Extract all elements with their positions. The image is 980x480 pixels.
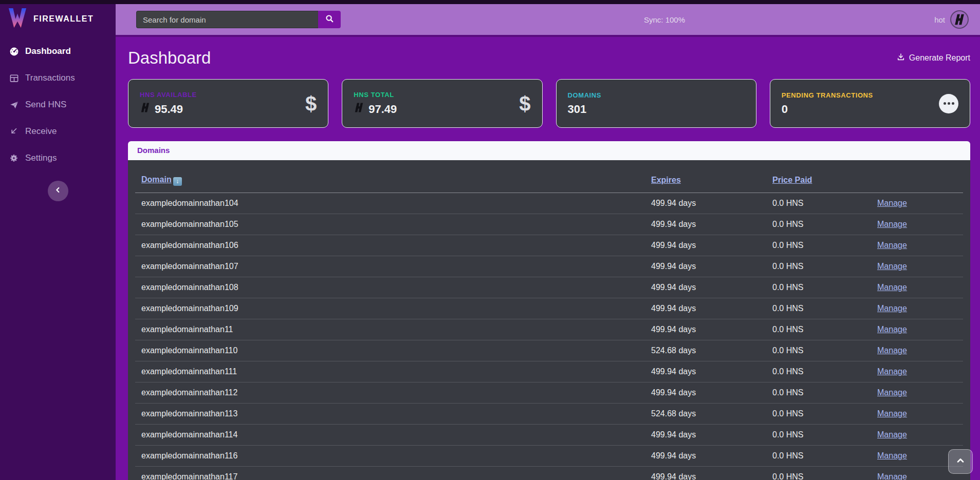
expires-cell: 499.94 days xyxy=(651,199,772,208)
sidebar-item-receive[interactable]: Receive xyxy=(0,118,116,145)
sidebar-item-label: Receive xyxy=(25,126,57,137)
price-paid-cell: 0.0 HNS xyxy=(772,367,877,376)
search-input[interactable] xyxy=(136,11,318,28)
expires-cell: 499.94 days xyxy=(651,472,772,480)
firewallet-logo-icon xyxy=(8,7,27,31)
manage-link[interactable]: Manage xyxy=(877,451,907,460)
manage-link[interactable]: Manage xyxy=(877,367,907,376)
stat-card-value: 95.49 xyxy=(155,103,183,116)
domain-cell: exampledomainnathan116 xyxy=(141,451,651,460)
domain-cell: exampledomainnathan117 xyxy=(141,472,651,480)
chevron-up-icon xyxy=(955,455,966,468)
price-paid-cell: 0.0 HNS xyxy=(772,304,877,313)
manage-link[interactable]: Manage xyxy=(877,430,907,439)
expires-cell: 499.94 days xyxy=(651,451,772,460)
table-icon xyxy=(8,73,20,83)
wallet-selector[interactable]: hot xyxy=(934,10,969,29)
domain-cell: exampledomainnathan108 xyxy=(141,283,651,292)
price-paid-cell: 0.0 HNS xyxy=(772,262,877,271)
sidebar-item-transactions[interactable]: Transactions xyxy=(0,65,116,91)
domain-cell: exampledomainnathan111 xyxy=(141,367,651,376)
stat-card-label: HNS AVAILABLE xyxy=(140,91,197,99)
sidebar-item-label: Send HNS xyxy=(25,100,66,110)
expires-cell: 499.94 days xyxy=(651,388,772,397)
domain-cell: exampledomainnathan109 xyxy=(141,304,651,313)
table-row: exampledomainnathan114 499.94 days 0.0 H… xyxy=(135,425,963,446)
page-title: Dashboard xyxy=(128,48,211,68)
domain-cell: exampledomainnathan112 xyxy=(141,388,651,397)
generate-report-button[interactable]: Generate Report xyxy=(897,53,970,63)
domains-panel-title: Domains xyxy=(137,146,170,155)
manage-link[interactable]: Manage xyxy=(877,304,907,313)
stat-card-label: HNS TOTAL xyxy=(354,91,397,99)
table-body: exampledomainnathan104 499.94 days 0.0 H… xyxy=(135,193,963,480)
price-paid-cell: 0.0 HNS xyxy=(772,409,877,418)
stat-card-hns-available: HNS AVAILABLE 95.49 $ xyxy=(128,79,328,128)
table-row: exampledomainnathan112 499.94 days 0.0 H… xyxy=(135,382,963,404)
table-row: exampledomainnathan111 499.94 days 0.0 H… xyxy=(135,361,963,382)
handshake-logo-icon xyxy=(950,10,969,29)
expires-cell: 499.94 days xyxy=(651,220,772,229)
manage-link[interactable]: Manage xyxy=(877,388,907,397)
manage-link[interactable]: Manage xyxy=(877,262,907,271)
stat-card-domains: DOMAINS 301 xyxy=(556,79,756,128)
search-button[interactable] xyxy=(318,11,341,28)
manage-link[interactable]: Manage xyxy=(877,409,907,418)
manage-link[interactable]: Manage xyxy=(877,472,907,480)
collapse-sidebar-button[interactable] xyxy=(48,181,68,201)
sort-by-domain-link[interactable]: Domain xyxy=(141,175,172,184)
generate-report-label: Generate Report xyxy=(909,53,970,63)
ellipsis-icon xyxy=(944,102,946,105)
tachometer-icon xyxy=(8,47,20,56)
table-row: exampledomainnathan116 499.94 days 0.0 H… xyxy=(135,446,963,467)
price-paid-cell: 0.0 HNS xyxy=(772,199,877,208)
table-row: exampledomainnathan106 499.94 days 0.0 H… xyxy=(135,235,963,256)
sidebar-nav: Dashboard Transactions Send HNS Receive … xyxy=(0,38,116,171)
table-row: exampledomainnathan108 499.94 days 0.0 H… xyxy=(135,277,963,298)
table-row: exampledomainnathan109 499.94 days 0.0 H… xyxy=(135,298,963,319)
sidebar: FIREWALLET Dashboard Transactions Send H… xyxy=(0,0,116,480)
sidebar-item-settings[interactable]: Settings xyxy=(0,145,116,171)
paper-plane-icon xyxy=(8,100,20,110)
top-strip xyxy=(0,0,980,4)
sidebar-item-send-hns[interactable]: Send HNS xyxy=(0,91,116,118)
stat-card-label: PENDING TRANSACTIONS xyxy=(782,91,873,99)
wallet-name: hot xyxy=(934,15,945,24)
table-header-row: Domain↓ Expires Price Paid xyxy=(135,167,963,193)
hns-logo-icon xyxy=(140,102,151,116)
manage-link[interactable]: Manage xyxy=(877,283,907,292)
domain-cell: exampledomainnathan114 xyxy=(141,430,651,439)
manage-link[interactable]: Manage xyxy=(877,325,907,334)
manage-link[interactable]: Manage xyxy=(877,199,907,207)
expires-cell: 499.94 days xyxy=(651,430,772,439)
expires-cell: 499.94 days xyxy=(651,283,772,292)
sidebar-item-dashboard[interactable]: Dashboard xyxy=(0,38,116,65)
manage-link[interactable]: Manage xyxy=(877,220,907,228)
price-paid-cell: 0.0 HNS xyxy=(772,472,877,480)
price-paid-cell: 0.0 HNS xyxy=(772,241,877,250)
pending-transactions-menu-button[interactable] xyxy=(939,94,958,113)
brand-name: FIREWALLET xyxy=(33,14,94,24)
manage-link[interactable]: Manage xyxy=(877,241,907,249)
sort-by-expires-link[interactable]: Expires xyxy=(651,176,681,184)
table-row: exampledomainnathan105 499.94 days 0.0 H… xyxy=(135,214,963,235)
price-paid-cell: 0.0 HNS xyxy=(772,430,877,439)
sort-by-price-link[interactable]: Price Paid xyxy=(772,176,812,184)
stat-card-value: 301 xyxy=(568,103,587,116)
domain-cell: exampledomainnathan113 xyxy=(141,409,651,418)
expires-cell: 499.94 days xyxy=(651,325,772,334)
sync-status: Sync: 100% xyxy=(644,15,685,24)
manage-link[interactable]: Manage xyxy=(877,346,907,355)
domain-cell: exampledomainnathan110 xyxy=(141,346,651,355)
sidebar-item-label: Dashboard xyxy=(25,46,71,56)
search-icon xyxy=(325,14,334,25)
brand[interactable]: FIREWALLET xyxy=(0,4,116,34)
scroll-to-top-button[interactable] xyxy=(948,449,973,474)
expires-cell: 499.94 days xyxy=(651,262,772,271)
price-paid-cell: 0.0 HNS xyxy=(772,283,877,292)
table-row: exampledomainnathan113 524.68 days 0.0 H… xyxy=(135,404,963,425)
domain-cell: exampledomainnathan106 xyxy=(141,241,651,250)
expires-cell: 499.94 days xyxy=(651,304,772,313)
sort-descending-icon: ↓ xyxy=(173,177,182,186)
dollar-icon: $ xyxy=(305,93,317,114)
